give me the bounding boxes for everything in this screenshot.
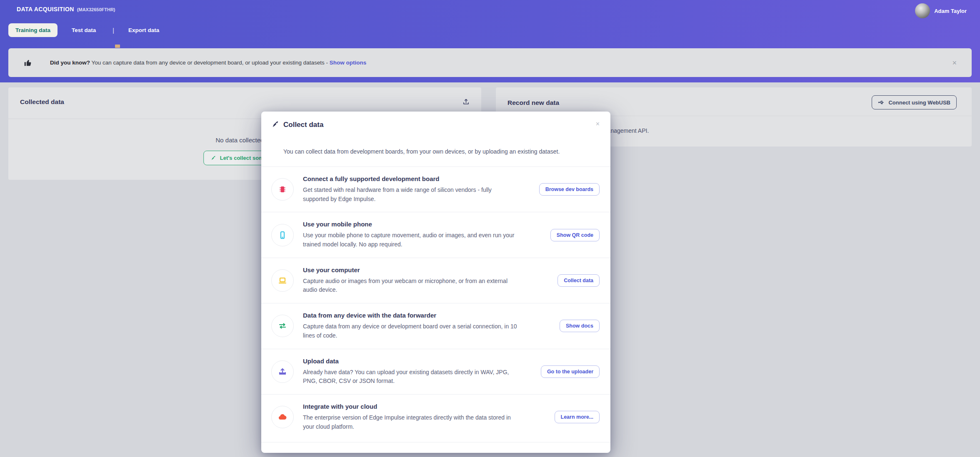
- collect-data-button[interactable]: Collect data: [558, 274, 600, 287]
- collect-data-modal: Collect data × You can collect data from…: [261, 112, 610, 453]
- option-description: Capture audio or images from your webcam…: [303, 277, 518, 295]
- show-options-link[interactable]: Show options: [330, 60, 367, 66]
- user-name: Adam Taylor: [934, 8, 967, 14]
- modal-footer: [261, 442, 610, 453]
- modal-subtitle: You can collect data from development bo…: [283, 148, 560, 155]
- banner-body-text: You can capture data from any device or …: [90, 60, 330, 66]
- rocket-icon: [271, 120, 280, 130]
- option-description: Already have data? You can upload your e…: [303, 368, 518, 386]
- option-title: Use your computer: [303, 266, 558, 273]
- did-you-know-banner: Did you know? You can capture data from …: [8, 48, 972, 77]
- avatar[interactable]: [915, 3, 930, 18]
- page-title-row: DATA ACQUISITION (MAX32650FTHR): [17, 6, 115, 12]
- show-qr-code-button[interactable]: Show QR code: [550, 229, 600, 241]
- thumbs-up-icon: [23, 58, 32, 67]
- connect-webusb-button[interactable]: Connect using WebUSB: [872, 95, 957, 109]
- tab-training-data[interactable]: Training data: [8, 23, 58, 37]
- modal-close-icon[interactable]: ×: [596, 121, 600, 127]
- collect-option-row-cloud: Integrate with your cloud The enterprise…: [261, 394, 610, 440]
- project-device-subtitle: (MAX32650FTHR): [77, 7, 115, 12]
- option-title: Upload data: [303, 358, 541, 365]
- record-new-data-title: Record new data: [508, 99, 559, 107]
- tab-indicator-mark: [115, 45, 120, 48]
- collect-option-row-computer: Use your computer Capture audio or image…: [261, 258, 610, 303]
- app-header: DATA ACQUISITION (MAX32650FTHR) Adam Tay…: [0, 0, 980, 82]
- option-description: The enterprise version of Edge Impulse i…: [303, 413, 518, 431]
- go-to-uploader-button[interactable]: Go to the uploader: [541, 365, 600, 378]
- option-title: Data from any device with the data forwa…: [303, 312, 560, 319]
- browse-dev-boards-button[interactable]: Browse dev boards: [539, 183, 600, 196]
- user-menu[interactable]: Adam Taylor: [915, 3, 967, 18]
- usb-icon: [878, 99, 885, 106]
- tab-bar: Training data Test data | Export data: [8, 23, 159, 37]
- option-description: Capture data from any device or developm…: [303, 322, 518, 340]
- cloud-icon: [271, 406, 294, 428]
- collect-option-row-mobile-phone: Use your mobile phone Use your mobile ph…: [261, 212, 610, 257]
- tab-separator: |: [112, 27, 114, 34]
- modal-title: Collect data: [283, 121, 323, 129]
- option-description: Use your mobile phone to capture movemen…: [303, 231, 518, 249]
- collected-data-title: Collected data: [20, 98, 64, 106]
- option-title: Integrate with your cloud: [303, 403, 555, 410]
- show-docs-button[interactable]: Show docs: [560, 320, 600, 332]
- phone-icon: [271, 224, 294, 246]
- learn-more-button[interactable]: Learn more...: [555, 411, 600, 423]
- collect-option-row-data-forwarder: Data from any device with the data forwa…: [261, 303, 610, 348]
- option-title: Connect a fully supported development bo…: [303, 175, 539, 182]
- rocket-icon: [210, 155, 216, 161]
- collect-option-row-upload-data: Upload data Already have data? You can u…: [261, 349, 610, 394]
- collect-option-row-dev-board: Connect a fully supported development bo…: [261, 166, 610, 212]
- banner-close-icon[interactable]: ×: [952, 59, 957, 67]
- tab-export-data[interactable]: Export data: [128, 23, 159, 37]
- page-title: DATA ACQUISITION: [17, 6, 74, 12]
- option-description: Get started with real hardware from a wi…: [303, 186, 518, 204]
- chip-icon: [271, 178, 294, 201]
- collect-options-list: Connect a fully supported development bo…: [261, 166, 610, 440]
- upload-tray-icon[interactable]: [462, 98, 470, 107]
- tab-test-data[interactable]: Test data: [72, 23, 96, 37]
- option-title: Use your mobile phone: [303, 221, 550, 228]
- banner-bold-text: Did you know?: [50, 60, 90, 66]
- upload-icon: [271, 360, 294, 383]
- laptop-icon: [271, 269, 294, 292]
- banner-text: Did you know? You can capture data from …: [50, 60, 366, 66]
- transfer-arrows-icon: [271, 315, 294, 337]
